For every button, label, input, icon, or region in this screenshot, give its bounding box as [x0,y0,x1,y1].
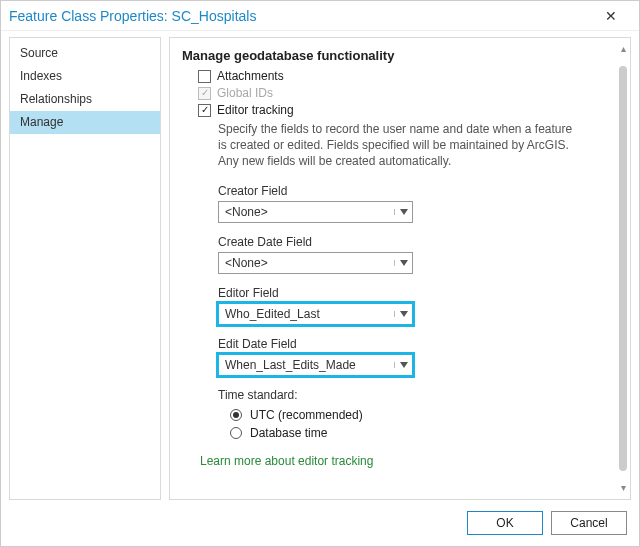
dialog-footer: OK Cancel [1,500,639,546]
chevron-down-icon [394,209,412,215]
editdate-field-combo[interactable]: When_Last_Edits_Made [218,354,413,376]
nav-item-source[interactable]: Source [10,42,160,65]
radio-database[interactable] [230,427,242,439]
scroll-down-icon[interactable]: ▾ [621,481,626,495]
editor-field-block: Editor Field Who_Edited_Last [218,286,610,325]
creator-field-block: Creator Field <None> [218,184,610,223]
content-panel: Manage geodatabase functionality Attachm… [169,37,631,500]
dialog-window: Feature Class Properties: SC_Hospitals ✕… [0,0,640,547]
time-standard-label: Time standard: [218,388,610,402]
window-title: Feature Class Properties: SC_Hospitals [9,8,591,24]
scroll-thumb[interactable] [619,66,627,471]
nav-item-manage[interactable]: Manage [10,111,160,134]
checkbox-editortracking-row[interactable]: ✓ Editor tracking [198,103,610,117]
createdate-field-value: <None> [219,256,394,270]
cancel-button[interactable]: Cancel [551,511,627,535]
nav-panel: Source Indexes Relationships Manage [9,37,161,500]
content-scroll-area: Manage geodatabase functionality Attachm… [170,38,616,499]
creator-field-value: <None> [219,205,394,219]
close-button[interactable]: ✕ [591,8,631,24]
scroll-up-icon[interactable]: ▴ [621,42,626,56]
vertical-scrollbar[interactable]: ▴ ▾ [616,42,630,495]
checkbox-editortracking[interactable]: ✓ [198,104,211,117]
editdate-field-value: When_Last_Edits_Made [219,358,394,372]
radio-utc-row[interactable]: UTC (recommended) [230,408,610,422]
titlebar: Feature Class Properties: SC_Hospitals ✕ [1,1,639,31]
createdate-field-combo[interactable]: <None> [218,252,413,274]
nav-item-indexes[interactable]: Indexes [10,65,160,88]
chevron-down-icon [394,311,412,317]
editor-tracking-description: Specify the fields to record the user na… [218,121,578,170]
learn-more-link[interactable]: Learn more about editor tracking [200,454,610,468]
checkbox-globalids-label: Global IDs [217,86,273,100]
creator-field-combo[interactable]: <None> [218,201,413,223]
radio-dot-icon [233,412,239,418]
radio-utc-label: UTC (recommended) [250,408,363,422]
checkbox-globalids: ✓ [198,87,211,100]
checkbox-attachments[interactable] [198,70,211,83]
editdate-field-label: Edit Date Field [218,337,610,351]
chevron-down-icon [394,260,412,266]
checkbox-editortracking-label: Editor tracking [217,103,294,117]
createdate-field-block: Create Date Field <None> [218,235,610,274]
close-icon: ✕ [605,8,617,24]
nav-item-relationships[interactable]: Relationships [10,88,160,111]
radio-database-label: Database time [250,426,327,440]
editdate-field-block: Edit Date Field When_Last_Edits_Made [218,337,610,376]
checkbox-attachments-label: Attachments [217,69,284,83]
editor-field-combo[interactable]: Who_Edited_Last [218,303,413,325]
scroll-track[interactable] [619,56,627,481]
checkbox-attachments-row[interactable]: Attachments [198,69,610,83]
dialog-body: Source Indexes Relationships Manage Mana… [1,31,639,500]
creator-field-label: Creator Field [218,184,610,198]
radio-database-row[interactable]: Database time [230,426,610,440]
editor-field-label: Editor Field [218,286,610,300]
section-title: Manage geodatabase functionality [182,48,610,63]
createdate-field-label: Create Date Field [218,235,610,249]
checkbox-globalids-row: ✓ Global IDs [198,86,610,100]
editor-field-value: Who_Edited_Last [219,307,394,321]
chevron-down-icon [394,362,412,368]
ok-button[interactable]: OK [467,511,543,535]
radio-utc[interactable] [230,409,242,421]
